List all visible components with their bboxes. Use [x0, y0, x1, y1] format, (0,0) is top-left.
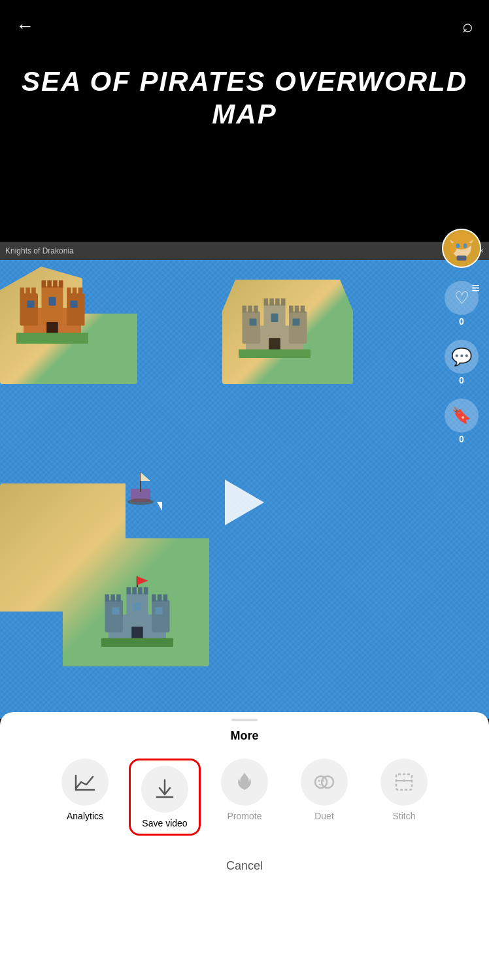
castle-3: [98, 575, 177, 647]
svg-rect-32: [281, 299, 286, 306]
svg-rect-30: [269, 299, 274, 306]
window-bar: Knights of Drakonia −□×: [0, 242, 489, 260]
svg-rect-48: [127, 587, 131, 595]
game-screen: Knights of Drakonia −□×: [0, 242, 489, 719]
svg-rect-18: [16, 333, 88, 344]
svg-rect-42: [105, 595, 110, 602]
svg-rect-15: [27, 301, 35, 308]
svg-rect-50: [138, 587, 143, 595]
duet-label: Duet: [314, 811, 334, 821]
stitch-label: Stitch: [392, 811, 415, 821]
cursor: [157, 502, 162, 511]
svg-point-62: [127, 498, 154, 505]
svg-rect-29: [264, 299, 269, 306]
bookmark-count: 0: [459, 434, 464, 444]
svg-rect-8: [73, 287, 77, 295]
bottom-sheet: More Analytics Save video: [0, 712, 489, 980]
svg-rect-26: [289, 306, 294, 313]
video-title: SEA OF PIRATES OVERWORLD MAP: [0, 65, 489, 131]
sheet-actions: Analytics Save video Promote: [0, 743, 489, 836]
svg-rect-3: [42, 286, 63, 326]
svg-rect-43: [110, 595, 115, 602]
svg-rect-21: [289, 312, 307, 344]
save-video-label: Save video: [142, 818, 187, 828]
search-button[interactable]: ⌕: [462, 16, 473, 37]
sheet-title: More: [0, 729, 489, 743]
svg-rect-9: [78, 287, 83, 295]
svg-rect-1: [20, 293, 39, 326]
svg-rect-35: [293, 319, 300, 326]
svg-rect-10: [42, 280, 46, 287]
svg-rect-54: [156, 608, 163, 615]
svg-rect-11: [47, 280, 52, 287]
svg-rect-47: [163, 595, 168, 602]
svg-rect-55: [134, 602, 141, 611]
svg-rect-69: [457, 255, 467, 260]
like-button[interactable]: ♡: [445, 281, 479, 315]
svg-rect-34: [250, 319, 257, 326]
comment-button[interactable]: 💬: [445, 340, 479, 374]
svg-rect-25: [254, 306, 258, 313]
svg-rect-4: [20, 287, 25, 295]
svg-point-78: [318, 780, 320, 782]
svg-rect-51: [144, 587, 148, 595]
right-sidebar: ♡ 0 💬 0 🔖 0: [442, 229, 481, 444]
analytics-icon: [61, 759, 109, 806]
analytics-label: Analytics: [67, 811, 103, 821]
svg-rect-40: [152, 600, 170, 633]
svg-point-79: [322, 780, 324, 782]
promote-icon: [221, 759, 268, 806]
castle-1: [13, 272, 92, 344]
top-bar: ← ⌕: [0, 0, 489, 52]
back-button[interactable]: ←: [16, 16, 34, 37]
avatar[interactable]: [442, 229, 481, 268]
svg-rect-2: [67, 293, 85, 326]
svg-point-83: [403, 779, 405, 782]
svg-rect-17: [49, 297, 56, 306]
svg-marker-61: [141, 472, 150, 481]
action-promote[interactable]: Promote: [209, 759, 280, 821]
action-save-video[interactable]: Save video: [129, 759, 201, 836]
stitch-icon: [380, 759, 428, 806]
svg-rect-12: [53, 280, 58, 287]
action-stitch[interactable]: Stitch: [368, 759, 440, 821]
video-container: SEA OF PIRATES OVERWORLD MAP Knights of …: [0, 0, 489, 719]
window-title: Knights of Drakonia: [5, 246, 74, 255]
svg-rect-37: [239, 350, 311, 358]
save-video-icon: [141, 766, 188, 813]
comment-count: 0: [459, 375, 464, 385]
like-count: 0: [459, 316, 464, 327]
svg-rect-39: [105, 600, 124, 633]
comment-group: 💬 0: [445, 340, 479, 385]
svg-rect-27: [295, 306, 299, 313]
castle-2: [235, 286, 314, 358]
svg-rect-6: [31, 287, 36, 295]
promote-label: Promote: [228, 811, 262, 821]
action-duet[interactable]: Duet: [288, 759, 360, 821]
svg-rect-44: [116, 595, 121, 602]
svg-rect-22: [264, 304, 286, 344]
svg-rect-5: [25, 287, 30, 295]
bookmark-button[interactable]: 🔖: [445, 399, 479, 433]
svg-rect-16: [71, 301, 78, 308]
svg-point-67: [456, 244, 460, 248]
svg-rect-53: [112, 608, 120, 615]
svg-rect-7: [67, 287, 71, 295]
map-background[interactable]: ≡: [0, 260, 489, 719]
svg-rect-24: [248, 306, 252, 313]
play-button[interactable]: [225, 480, 264, 525]
ship: [124, 469, 157, 508]
svg-rect-56: [101, 638, 173, 647]
svg-rect-31: [275, 299, 280, 306]
svg-rect-41: [127, 593, 148, 633]
svg-rect-20: [243, 312, 261, 344]
action-analytics[interactable]: Analytics: [49, 759, 121, 821]
svg-rect-13: [59, 280, 63, 287]
svg-point-68: [464, 244, 467, 248]
like-group: ♡ 0: [445, 281, 479, 327]
svg-rect-46: [158, 595, 162, 602]
svg-rect-28: [301, 306, 305, 313]
cancel-button[interactable]: Cancel: [0, 859, 489, 873]
svg-marker-58: [137, 576, 148, 585]
svg-rect-45: [152, 595, 156, 602]
